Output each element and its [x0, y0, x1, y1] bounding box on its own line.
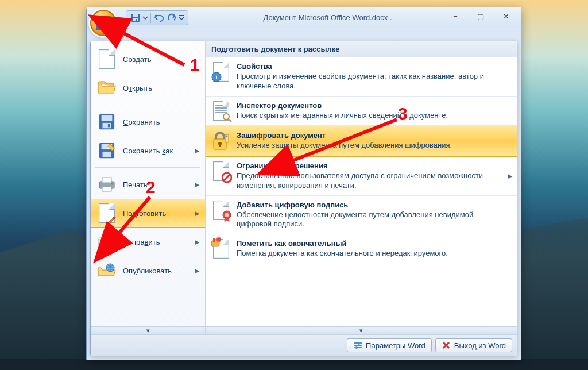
office-logo-icon: [96, 16, 111, 30]
prepare-item-properties[interactable]: i Свойства Просмотр и изменение свойств …: [206, 57, 517, 97]
menu-label: Отправить: [123, 238, 160, 246]
svg-point-33: [225, 213, 229, 217]
item-desc: Просмотр и изменение свойств документа, …: [237, 72, 510, 91]
svg-rect-27: [219, 144, 221, 147]
qat-redo-button[interactable]: [166, 12, 177, 24]
exit-word-button[interactable]: Выход из Word: [435, 338, 512, 352]
svg-text:i: i: [215, 74, 217, 80]
menu-label: Сохранить как: [123, 147, 173, 155]
item-title: Добавить цифровую подпись: [237, 201, 510, 209]
item-title: Инспектор документов: [237, 101, 510, 110]
menu-item-save[interactable]: Сохранить: [91, 107, 205, 136]
svg-point-42: [355, 346, 358, 349]
svg-rect-4: [179, 15, 184, 16]
button-label: Параметры Word: [366, 341, 425, 350]
item-desc: Предоставление пользователям доступа с о…: [237, 171, 510, 191]
word-window: Документ Microsoft Office Word.docx . − …: [86, 7, 521, 360]
new-document-icon: [98, 50, 116, 68]
annotation-number-3: 3: [398, 105, 408, 122]
properties-icon: i: [211, 62, 231, 91]
prepare-item-mark-final[interactable]: Пометить как окончательный Пометка докум…: [206, 234, 517, 263]
prepare-panel-header: Подготовить документ к рассылке: [206, 41, 517, 57]
right-scroll-down[interactable]: ▾: [206, 326, 517, 334]
open-folder-icon: [98, 79, 116, 97]
exit-icon: [442, 341, 451, 350]
chevron-right-icon: ▶: [195, 147, 199, 155]
item-desc: Усиление защиты документа путем добавлен…: [237, 141, 510, 151]
chevron-right-icon: ▶: [195, 181, 199, 188]
mark-final-icon: [211, 239, 231, 259]
svg-point-19: [105, 242, 110, 248]
inspect-icon: [211, 101, 231, 121]
qat-dropdown-icon[interactable]: [142, 12, 148, 24]
titlebar: Документ Microsoft Office Word.docx . − …: [87, 7, 521, 28]
svg-point-29: [226, 135, 228, 137]
menu-label: Подготовить: [123, 209, 166, 218]
restrict-icon: [211, 161, 231, 191]
menu-label: Открыть: [123, 84, 152, 92]
menu-label: Сохранить: [123, 118, 160, 126]
item-desc: Обеспечение целостности документа путем …: [237, 210, 510, 230]
print-icon: [98, 175, 116, 194]
item-title: Свойства: [237, 62, 510, 71]
chevron-right-icon: ▶: [195, 267, 199, 275]
office-button[interactable]: [90, 10, 117, 36]
minimize-button[interactable]: −: [443, 10, 468, 22]
chevron-right-icon: ▶: [508, 172, 512, 180]
svg-point-15: [111, 183, 113, 185]
prepare-item-restrict[interactable]: Ограничить разрешения Предоставление пол…: [206, 157, 517, 196]
send-icon: [98, 233, 116, 251]
close-button[interactable]: ✕: [493, 10, 519, 22]
menu-item-publish[interactable]: Опубликовать ▶: [91, 256, 205, 285]
item-title: Зашифровать документ: [237, 131, 510, 140]
qat-save-button[interactable]: [130, 12, 141, 24]
button-label: Выход из Word: [454, 341, 506, 350]
quick-access-toolbar: [126, 10, 188, 25]
options-icon: [353, 341, 362, 350]
signature-icon: [211, 201, 231, 230]
svg-rect-6: [102, 115, 113, 121]
office-menu-right: Подготовить документ к рассылке i Свойст…: [206, 41, 517, 334]
prepare-icon: [98, 204, 116, 222]
office-menu-footer: Параметры Word Выход из Word: [91, 334, 517, 356]
svg-rect-1: [133, 14, 138, 17]
menu-label: Опубликовать: [123, 267, 172, 275]
maximize-button[interactable]: ▢: [468, 10, 493, 22]
chevron-right-icon: ▶: [195, 210, 199, 217]
svg-line-24: [229, 119, 231, 122]
svg-point-41: [358, 344, 360, 346]
svg-point-23: [223, 114, 229, 120]
item-desc: Пометка документа как окончательного и н…: [237, 249, 510, 259]
menu-item-send[interactable]: Отправить ▶: [91, 228, 205, 256]
prepare-item-encrypt[interactable]: Зашифровать документ Усиление защиты док…: [206, 126, 517, 157]
office-menu: Создать Открыть Сохранить: [90, 41, 517, 356]
menu-label: Создать: [123, 55, 151, 64]
menu-item-new[interactable]: Создать: [91, 45, 205, 74]
svg-point-36: [216, 237, 221, 242]
menu-item-save-as[interactable]: Сохранить как ▶: [91, 136, 205, 165]
taskbar: [0, 359, 588, 370]
chevron-right-icon: ▶: [195, 238, 199, 246]
word-options-button[interactable]: Параметры Word: [347, 338, 432, 352]
prepare-item-inspect[interactable]: Инспектор документов Поиск скрытых метад…: [206, 97, 517, 126]
svg-rect-3: [136, 19, 137, 21]
save-icon: [98, 113, 116, 131]
encrypt-lock-icon: [211, 131, 231, 152]
svg-rect-13: [102, 178, 111, 183]
menu-item-open[interactable]: Открыть: [91, 74, 205, 102]
annotation-number-2: 2: [146, 179, 156, 196]
menu-item-prepare[interactable]: Подготовить ▶: [91, 199, 205, 228]
svg-rect-11: [103, 152, 111, 157]
item-title: Ограничить разрешения: [237, 161, 510, 170]
item-title: Пометить как окончательный: [237, 239, 510, 248]
svg-rect-35: [213, 238, 215, 242]
prepare-item-signature[interactable]: Добавить цифровую подпись Обеспечение це…: [206, 196, 517, 235]
desktop-wallpaper: Документ Microsoft Office Word.docx . − …: [0, 0, 588, 370]
save-as-icon: [98, 141, 116, 160]
left-scroll-down[interactable]: ▾: [91, 326, 205, 334]
qat-customize-icon[interactable]: [179, 12, 184, 24]
qat-undo-button[interactable]: [153, 12, 165, 24]
annotation-number-1: 1: [190, 56, 200, 74]
svg-rect-14: [102, 187, 111, 191]
svg-point-40: [354, 342, 357, 344]
